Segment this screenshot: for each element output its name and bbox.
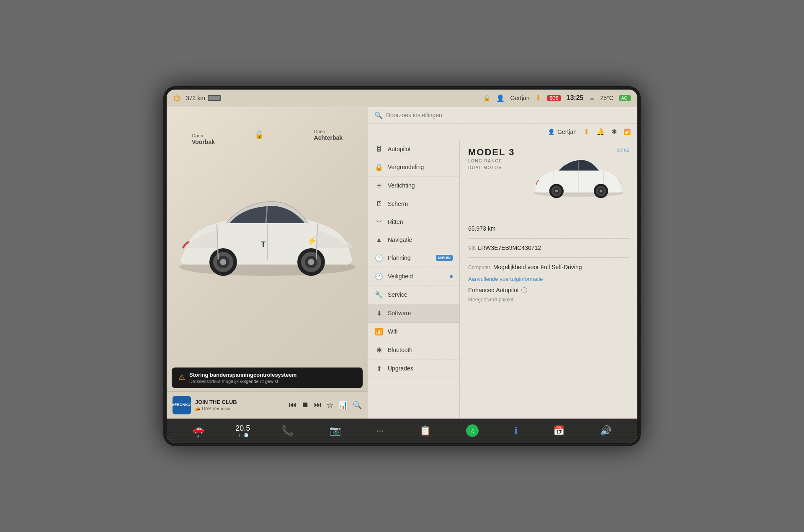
stop-button[interactable]: ⏹	[302, 401, 309, 409]
bluetooth-label: Bluetooth	[388, 347, 453, 353]
new-badge: NIEUW	[436, 255, 453, 261]
status-time: 13:25	[567, 94, 584, 102]
taskbar-dots-icon: ···	[376, 425, 384, 436]
taskbar-spotify-icon: ♫	[466, 424, 479, 437]
computer-label: Computer:	[468, 265, 492, 270]
media-controls: ⏮ ⏹ ⏭ ☆ 📊 🔍	[289, 401, 362, 410]
taskbar-more[interactable]: ···	[372, 424, 388, 438]
vergrendeling-icon: 🔒	[374, 163, 384, 171]
info-divider-2	[468, 238, 629, 239]
software-label: Software	[388, 310, 453, 316]
taskbar-camera[interactable]: 📷	[325, 424, 345, 438]
achterbak-label: Open Achterbak	[314, 128, 343, 141]
profile-username: Gertjan	[557, 129, 577, 135]
next-button[interactable]: ⏭	[314, 401, 322, 409]
taskbar-spotify[interactable]: ♫	[462, 423, 483, 439]
model-name: MODEL 3	[468, 147, 629, 158]
wifi-icon: 📶	[374, 328, 384, 336]
taskbar-list[interactable]: 📋	[415, 424, 435, 438]
profile-icon: 👤	[548, 129, 555, 135]
warning-icon: ⚠	[178, 373, 185, 382]
verlichting-icon: ☀	[374, 182, 384, 190]
menu-item-bluetooth[interactable]: ✱ Bluetooth	[368, 341, 459, 360]
jemz-link[interactable]: Jemz	[617, 147, 629, 153]
voorbak-label: Open Voorbak	[192, 132, 215, 145]
menu-item-planning[interactable]: 🕐 Planning NIEUW	[368, 249, 459, 267]
profile-bar: 👤 Gertjan ⬇ 🔔 ✱ 📶	[368, 124, 637, 140]
menu-item-ritten[interactable]: 〰 Ritten	[368, 213, 459, 231]
taskbar-camera-icon: 📷	[330, 425, 341, 436]
search-icon: 🔍	[374, 111, 383, 119]
media-subtitle: 📻 DAB Veronica	[195, 406, 285, 411]
taskbar-car[interactable]: 🚗	[188, 422, 208, 439]
vin-value: LRW3E7EB9MC430712	[478, 244, 541, 251]
car-lock-icon: 🔓	[255, 130, 264, 139]
taskbar-phone[interactable]: 📞	[277, 423, 298, 438]
taskbar-info[interactable]: ℹ	[510, 424, 522, 438]
weather-icon: ☁	[589, 95, 594, 101]
scherm-icon: 🖥	[374, 200, 384, 208]
user-icon: 👤	[496, 94, 505, 102]
vin-row: VIN LRW3E7EB9MC430712	[468, 244, 629, 252]
search-bar: 🔍	[368, 107, 637, 124]
search-media-button[interactable]: 🔍	[353, 401, 362, 410]
menu-item-upgrades[interactable]: ⬆ Upgrades	[368, 360, 459, 378]
taskbar-climate[interactable]: 20.5 🌡 💨	[235, 424, 250, 437]
taskbar-calendar[interactable]: 📅	[549, 424, 569, 438]
feature-row: Enhanced Autopilot i	[468, 287, 629, 293]
menu-item-autopilot[interactable]: 🎛 Autopilot	[368, 140, 459, 158]
more-info-link[interactable]: Aanvullende voertuiginformatie	[468, 276, 543, 282]
taskbar-phone-icon: 📞	[281, 425, 294, 437]
menu-item-software[interactable]: ⬇ Software	[368, 304, 459, 323]
warning-banner[interactable]: ⚠ Storing bandenspanningcontrolesysteem …	[172, 368, 363, 388]
navigatie-icon: ▲	[374, 236, 384, 244]
main-content: Open Voorbak Open Achterbak 🔓	[167, 107, 637, 419]
range-value: 372 km	[186, 95, 205, 101]
service-label: Service	[388, 291, 453, 298]
vergrendeling-label: Vergrendeling	[388, 164, 453, 170]
prev-button[interactable]: ⏮	[289, 401, 296, 409]
svg-point-5	[220, 259, 227, 265]
aqi-badge: AQI	[619, 95, 631, 101]
menu-item-wifi[interactable]: 📶 Wifi	[368, 323, 459, 341]
menu-item-veiligheid[interactable]: 🕐 Veiligheid	[368, 267, 459, 286]
taskbar-car-icon: 🚗	[193, 424, 204, 434]
taskbar-temp-icons: 🌡 💨	[237, 433, 248, 437]
info-divider-3	[468, 257, 629, 258]
car-info-panel: MODEL 3 LONG RANGE DUAL MOTOR Jemz 65.97…	[460, 140, 637, 419]
taskbar-volume-icon: 🔊	[600, 425, 611, 436]
lock-icon: 🔒	[483, 95, 490, 101]
menu-item-navigatie[interactable]: ▲ Navigatie	[368, 231, 459, 249]
status-temp: 25°C	[600, 95, 613, 101]
taskbar-car-dot	[197, 435, 199, 437]
menu-item-vergrendeling[interactable]: 🔒 Vergrendeling	[368, 158, 459, 177]
menu-item-verlichting[interactable]: ☀ Verlichting	[368, 177, 459, 195]
autopilot-icon: 🎛	[374, 145, 384, 153]
scherm-label: Scherm	[388, 200, 453, 207]
ritten-icon: 〰	[374, 218, 384, 226]
verlichting-label: Verlichting	[388, 182, 453, 189]
tesla-screen: ⏻ 372 km 🔒 👤 Gertjan ⬇ SOS 13:25 ☁ 25°C …	[163, 86, 641, 446]
car-view: Open Voorbak Open Achterbak 🔓	[167, 107, 368, 364]
service-icon: 🔧	[374, 291, 384, 299]
km-row: 65.973 km	[468, 224, 629, 233]
info-circle-icon: i	[521, 287, 527, 293]
taskbar-volume[interactable]: 🔊	[596, 424, 616, 438]
power-icon: ⏻	[173, 94, 181, 103]
menu-item-scherm[interactable]: 🖥 Scherm	[368, 195, 459, 213]
equalizer-button[interactable]: 📊	[338, 401, 348, 410]
media-title: JOIN THE CLUB	[195, 399, 285, 405]
status-username: Gertjan	[510, 95, 530, 101]
search-input[interactable]	[386, 112, 631, 118]
favorite-button[interactable]: ☆	[327, 401, 333, 410]
info-divider	[468, 219, 629, 219]
menu-item-service[interactable]: 🔧 Service	[368, 286, 459, 304]
profile-download-icon: ⬇	[583, 127, 590, 136]
feature-name: Enhanced Autopilot	[468, 287, 519, 293]
software-icon: ⬇	[374, 309, 384, 317]
right-panel: 🔍 👤 Gertjan ⬇ 🔔 ✱ 📶	[368, 107, 637, 419]
range-info: 372 km	[186, 95, 221, 101]
wifi-label: Wifi	[388, 328, 453, 335]
navigatie-label: Navigatie	[388, 236, 453, 243]
status-bar: ⏻ 372 km 🔒 👤 Gertjan ⬇ SOS 13:25 ☁ 25°C …	[167, 90, 637, 107]
